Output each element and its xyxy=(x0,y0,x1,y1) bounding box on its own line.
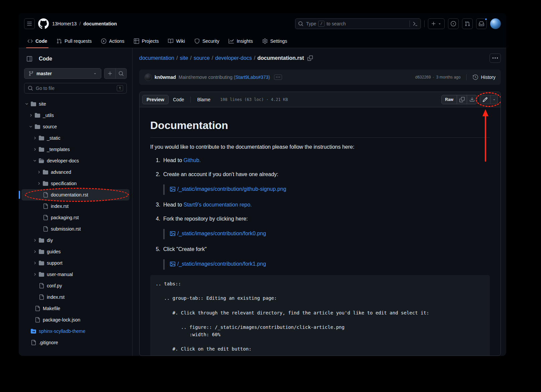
chevron-right-icon[interactable] xyxy=(36,170,41,174)
tree-item-user-manual[interactable]: user-manual xyxy=(21,269,129,280)
tree-item-package-lock.json[interactable]: package-lock.json xyxy=(21,314,129,325)
file-tab-preview[interactable]: Preview xyxy=(142,95,169,104)
user-avatar[interactable] xyxy=(490,18,501,29)
broken-image-icon xyxy=(170,231,175,236)
commit-author-avatar[interactable] xyxy=(145,74,152,81)
repo-name-link[interactable]: documentation xyxy=(83,21,117,26)
chevron-right-icon[interactable] xyxy=(32,250,37,254)
commit-message-expand-button[interactable] xyxy=(274,75,282,80)
chevron-right-icon[interactable] xyxy=(32,238,37,242)
tree-item-specification[interactable]: specification xyxy=(21,178,129,189)
chevron-right-icon[interactable] xyxy=(32,272,37,276)
tree-item-sphinx-scylladb-theme[interactable]: sphinx-scylladb-theme xyxy=(21,325,129,337)
global-search-input[interactable]: Type / to search xyxy=(295,18,421,29)
tree-item-submission.rst[interactable]: submission.rst xyxy=(21,223,129,235)
tree-item-documentation.rst[interactable]: documentation.rst xyxy=(21,189,129,201)
tab-pull-requests[interactable]: Pull requests xyxy=(52,34,96,48)
search-this-repo-button[interactable] xyxy=(115,69,126,79)
tab-label: Projects xyxy=(142,38,159,44)
tree-item-diy[interactable]: diy xyxy=(21,235,129,246)
branch-selector[interactable]: master xyxy=(24,68,101,79)
tab-settings[interactable]: Settings xyxy=(258,34,292,48)
command-palette-icon[interactable] xyxy=(413,21,418,26)
folder-icon xyxy=(39,272,44,277)
add-file-button[interactable] xyxy=(104,69,115,79)
tree-item-_utils[interactable]: _utils xyxy=(21,110,129,121)
chevron-right-icon[interactable] xyxy=(32,147,37,151)
edit-dropdown-button[interactable] xyxy=(490,95,498,104)
edit-file-button[interactable] xyxy=(480,95,490,104)
download-button[interactable] xyxy=(467,95,477,104)
history-button[interactable]: History xyxy=(473,75,495,80)
tree-item-support[interactable]: support xyxy=(21,257,129,269)
tab-projects[interactable]: Projects xyxy=(129,34,164,48)
create-new-button[interactable] xyxy=(428,18,445,29)
chevron-right-icon[interactable] xyxy=(32,136,37,140)
image-link-label: /_static/images/contribution/github-sign… xyxy=(177,185,286,193)
doc-link[interactable]: Github. xyxy=(183,157,201,163)
commit-time-link[interactable]: 3 months ago xyxy=(436,75,461,80)
chevron-right-icon[interactable] xyxy=(36,181,41,185)
chevron-down-icon[interactable] xyxy=(24,102,29,106)
unread-notification-dot xyxy=(484,18,487,21)
copy-path-button[interactable] xyxy=(307,55,313,61)
repo-owner-link[interactable]: 13Homer13 xyxy=(52,21,77,26)
tree-item-developer-docs[interactable]: developer-docs xyxy=(21,155,129,166)
image-link[interactable]: /_static/images/contribution/fork1.png xyxy=(170,260,266,268)
chevron-down-icon[interactable] xyxy=(32,159,37,163)
breadcrumb-link-source[interactable]: source xyxy=(194,55,210,61)
tree-item-guides[interactable]: guides xyxy=(21,246,129,257)
image-link[interactable]: /_static/images/contribution/github-sign… xyxy=(170,185,286,193)
tree-item-label: specification xyxy=(51,181,77,186)
tree-item-label: _templates xyxy=(47,147,70,152)
image-link[interactable]: /_static/images/contribution/fork0.png xyxy=(170,230,266,238)
tab-code[interactable]: Code xyxy=(23,34,52,48)
tab-label: Insights xyxy=(237,38,253,44)
commit-sha-link[interactable]: d632269 xyxy=(415,75,431,80)
file-tab-code[interactable]: Code xyxy=(169,95,188,104)
chevron-right-icon[interactable] xyxy=(28,113,33,117)
github-logo[interactable] xyxy=(38,18,49,29)
breadcrumb-link-site[interactable]: site xyxy=(180,55,188,61)
copy-raw-button[interactable] xyxy=(457,95,467,104)
tab-wiki[interactable]: Wiki xyxy=(163,34,189,48)
chevron-right-icon[interactable] xyxy=(32,261,37,265)
raw-button[interactable]: Raw xyxy=(442,95,457,104)
commit-pr-link[interactable]: Start9Labs#373 xyxy=(235,75,268,80)
folder-icon xyxy=(43,169,48,175)
tree-item-_static[interactable]: _static xyxy=(21,132,129,144)
list-number: 4. xyxy=(153,215,160,239)
issues-button[interactable] xyxy=(448,18,459,29)
tree-item-_templates[interactable]: _templates xyxy=(21,144,129,155)
tree-item-Makefile[interactable]: Makefile xyxy=(21,303,129,314)
file-actions: Raw xyxy=(441,95,498,104)
tree-item-index.rst[interactable]: index.rst xyxy=(21,291,129,303)
tree-item-site[interactable]: site xyxy=(21,98,129,110)
tree-item-packaging.rst[interactable]: packaging.rst xyxy=(21,212,129,223)
go-to-file-input[interactable]: Go to file t xyxy=(24,83,127,94)
repo-context-breadcrumb: 13Homer13 / documentation xyxy=(52,21,117,26)
doc-link[interactable]: Start9's documentation repo. xyxy=(183,202,252,208)
tab-security[interactable]: Security xyxy=(190,34,224,48)
pull-requests-button[interactable] xyxy=(462,18,473,29)
chevron-down-icon[interactable] xyxy=(28,125,33,129)
breadcrumb-link-developer-docs[interactable]: developer-docs xyxy=(215,55,252,61)
file-tab-blame[interactable]: Blame xyxy=(193,95,215,104)
tab-insights[interactable]: Insights xyxy=(224,34,257,48)
collapse-sidebar-button[interactable] xyxy=(24,53,35,64)
play-icon xyxy=(101,38,106,44)
global-nav-menu-button[interactable] xyxy=(24,18,35,29)
tab-actions[interactable]: Actions xyxy=(96,34,129,48)
tree-item-advanced[interactable]: advanced xyxy=(21,166,129,178)
doc-list-item: 1.Head to Github. xyxy=(153,156,490,164)
tree-item-conf.py[interactable]: conf.py xyxy=(21,280,129,291)
breadcrumb-link-documentation[interactable]: documentation xyxy=(139,55,174,61)
tree-item-index.rst[interactable]: index.rst xyxy=(21,201,129,212)
issue-opened-icon xyxy=(451,21,456,26)
inbox-button[interactable] xyxy=(476,18,487,29)
more-options-button[interactable] xyxy=(489,53,501,63)
tree-item-label: documentation.rst xyxy=(51,192,88,198)
tree-item-.gitignore[interactable]: .gitignore xyxy=(21,337,129,348)
tree-item-source[interactable]: source xyxy=(21,121,129,132)
commit-author-link[interactable]: kn0wmad xyxy=(155,75,176,80)
